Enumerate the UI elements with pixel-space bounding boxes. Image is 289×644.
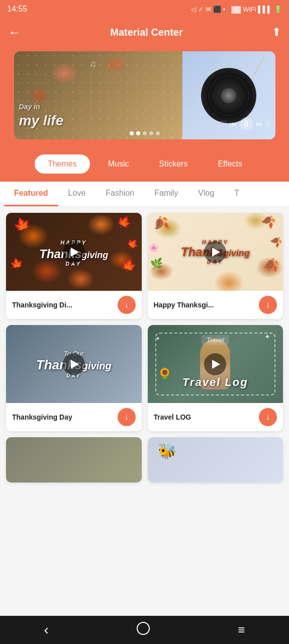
card-3-title: Thanksgiving Day xyxy=(12,413,114,421)
subtab-love[interactable]: Love xyxy=(58,182,96,206)
banner-pagination xyxy=(130,131,160,135)
card-1-thumbnail: 🍁 🍁 🍁 🍁 🍁 HAPPY Thanksgiving DAY xyxy=(6,213,142,291)
home-icon xyxy=(137,622,150,635)
tab-music[interactable]: Music xyxy=(96,154,141,174)
sub-tabs: Featured Love Fashion Family Vlog T xyxy=(0,182,289,207)
banner-card: Day in my life ♫ ♡ ⏮ ⏸ ⏭ ≡ xyxy=(14,51,275,139)
banner-dot-5 xyxy=(156,131,160,135)
vinyl-record xyxy=(201,68,256,123)
banner-overlay-text: Day in my life xyxy=(19,99,64,129)
play-button-4[interactable] xyxy=(204,353,226,375)
back-icon: ‹ xyxy=(44,622,49,637)
card-4-footer: Travel LOG ↓ xyxy=(148,403,283,431)
card-6-thumbnail: 🐝 xyxy=(148,437,283,482)
card-2-footer: Happy Thanksgi... ↓ xyxy=(148,291,283,319)
list-icon[interactable]: ≡ xyxy=(266,120,270,128)
subtab-family[interactable]: Family xyxy=(144,182,188,206)
card-thanksgiving-dark: 🍁 🍁 🍁 🍁 🍁 HAPPY Thanksgiving DAY Thanksg… xyxy=(6,213,142,319)
card-3-thumbnail: To Our Thanksgiving DAY xyxy=(6,325,142,403)
tab-effects[interactable]: Effects xyxy=(206,154,254,174)
download-btn-3[interactable]: ↓ xyxy=(118,408,136,426)
card-travel-log: Travel ✦ ✦ Travel Log 🌻 Travel LOG ↓ xyxy=(148,325,283,431)
banner-right-music: ♡ ⏮ ⏸ ⏭ ≡ xyxy=(182,51,275,139)
subtab-featured[interactable]: Featured xyxy=(4,182,58,206)
content-grid: 🍁 🍁 🍁 🍁 🍁 HAPPY Thanksgiving DAY Thanksg… xyxy=(0,207,289,489)
prev-icon[interactable]: ⏮ xyxy=(230,120,237,128)
card-partial-left xyxy=(6,437,142,482)
card-3-footer: Thanksgiving Day ↓ xyxy=(6,403,142,431)
player-controls: ♡ ⏮ ⏸ ⏭ ≡ xyxy=(220,117,270,130)
heart-icon[interactable]: ♡ xyxy=(220,119,227,129)
nav-menu-button[interactable]: ≡ xyxy=(228,619,255,641)
play-button-2[interactable] xyxy=(204,241,226,263)
tab-themes[interactable]: Themes xyxy=(35,154,90,174)
subtab-vlog[interactable]: Vlog xyxy=(188,182,224,206)
sunflower-decor: 🌻 xyxy=(158,367,171,380)
thumb-bg-5 xyxy=(6,437,142,482)
tab-stickers[interactable]: Stickers xyxy=(147,154,200,174)
download-button[interactable]: ⬆ xyxy=(272,26,281,39)
download-icon-4: ↓ xyxy=(266,413,270,422)
banner-dot-2 xyxy=(136,131,140,135)
download-btn-2[interactable]: ↓ xyxy=(259,296,277,314)
menu-icon: ≡ xyxy=(238,623,245,636)
download-btn-1[interactable]: ↓ xyxy=(118,296,136,314)
back-button[interactable]: ← xyxy=(8,25,21,40)
pause-icon[interactable]: ⏸ xyxy=(240,117,253,130)
bottom-nav: ‹ ≡ xyxy=(0,616,289,644)
travel-label: Travel xyxy=(202,335,229,345)
card-2-title: Happy Thanksgi... xyxy=(154,301,255,309)
category-tabs: Themes Music Stickers Effects xyxy=(0,149,289,182)
status-time: 14:55 xyxy=(7,5,27,14)
card-thanksgiving-light: 🍂 🍂 🌿 🍂 🍂 🌸 HAPPY Thanksgiving DAY Happy… xyxy=(148,213,283,319)
banner-dot-1 xyxy=(130,131,134,135)
card-4-title: Travel LOG xyxy=(154,413,255,421)
banner-left-image: Day in my life ♫ xyxy=(14,51,182,139)
card-1-footer: Thanksgiving Di... ↓ xyxy=(6,291,142,319)
star-decor-1: ✦ xyxy=(155,335,160,342)
card-4-thumbnail: Travel ✦ ✦ Travel Log 🌻 xyxy=(148,325,283,403)
status-icons: ◁ ✓ ✉ ⬛ • ▓▓ WiFi ▌▌▌ 🔋 xyxy=(191,6,282,13)
nav-home-button[interactable] xyxy=(127,618,160,642)
card-partial-right: 🐝 xyxy=(148,437,283,482)
download-icon-3: ↓ xyxy=(125,413,129,422)
star-decor-2: ✦ xyxy=(264,333,270,341)
play-button-1[interactable] xyxy=(63,241,85,263)
card-5-thumbnail xyxy=(6,437,142,482)
download-icon-2: ↓ xyxy=(266,300,270,309)
subtab-fashion[interactable]: Fashion xyxy=(95,182,144,206)
status-bar: 14:55 ◁ ✓ ✉ ⬛ • ▓▓ WiFi ▌▌▌ 🔋 xyxy=(0,0,289,18)
banner-dot-4 xyxy=(149,131,153,135)
music-note-icon: ♫ xyxy=(89,59,97,69)
card-2-thumbnail: 🍂 🍂 🌿 🍂 🍂 🌸 HAPPY Thanksgiving DAY xyxy=(148,213,283,291)
app-header: ← Material Center ⬆ xyxy=(0,18,289,46)
download-btn-4[interactable]: ↓ xyxy=(259,408,277,426)
nav-back-button[interactable]: ‹ xyxy=(34,618,59,642)
banner-dot-3 xyxy=(143,131,147,135)
banner-section: Day in my life ♫ ♡ ⏮ ⏸ ⏭ ≡ xyxy=(0,46,289,149)
page-title: Material Center xyxy=(110,27,183,38)
card-1-title: Thanksgiving Di... xyxy=(12,301,114,309)
download-icon-1: ↓ xyxy=(125,300,129,309)
card-thanksgiving-blur: To Our Thanksgiving DAY Thanksgiving Day… xyxy=(6,325,142,431)
play-button-3[interactable] xyxy=(63,353,85,375)
next-icon[interactable]: ⏭ xyxy=(256,120,263,128)
subtab-travel[interactable]: T xyxy=(224,182,249,206)
bee-sticker: 🐝 xyxy=(158,442,176,460)
